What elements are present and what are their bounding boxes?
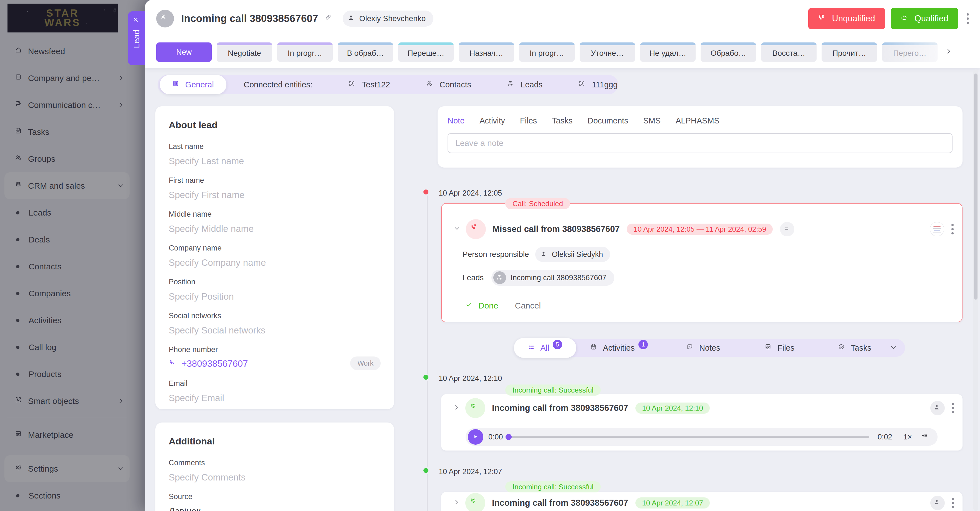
person-avatar[interactable] (930, 401, 945, 415)
stage-transferred[interactable]: Переше… (398, 43, 453, 62)
stage-restored[interactable]: Восста… (761, 43, 816, 62)
tab-note[interactable]: Note (447, 116, 465, 126)
phone-number-link[interactable]: +380938567607 (181, 358, 248, 369)
stage-processing[interactable]: В обраб… (338, 43, 393, 62)
filter-all[interactable]: All 5 (514, 338, 576, 358)
connected-entity-test122[interactable]: Test122 (348, 80, 390, 89)
filter-notes[interactable]: Notes (686, 339, 720, 357)
sidebar-item-companies[interactable]: Companies (5, 280, 130, 307)
filter-activities[interactable]: Activities 1 (590, 339, 648, 357)
unqualified-label: Unqualified (832, 14, 875, 24)
social-networks-input[interactable]: Specify Social networks (169, 325, 381, 336)
copy-link-icon[interactable] (325, 14, 334, 23)
card-more-menu-icon[interactable] (952, 498, 954, 508)
scrollbar-thumb[interactable] (974, 73, 977, 299)
player-progress-track[interactable] (509, 436, 869, 438)
source-value[interactable]: Дзвінок (169, 506, 381, 511)
collapse-icon[interactable] (453, 225, 462, 233)
middle-name-input[interactable]: Specify Middle name (169, 224, 381, 234)
stage-failed[interactable]: Не удал… (640, 43, 695, 62)
sidebar-item-activities[interactable]: Activities (5, 307, 130, 334)
last-name-input[interactable]: Specify Last name (169, 156, 381, 166)
stage-negotiations[interactable]: Перего… (882, 43, 937, 62)
sidebar-item-call-log[interactable]: Call log (5, 334, 130, 361)
more-menu-icon[interactable] (967, 13, 969, 24)
stage-in-progress-2[interactable]: In progr… (519, 43, 574, 62)
person-avatar[interactable] (930, 496, 945, 510)
sidebar-item-communication[interactable]: Communication c… (5, 92, 130, 118)
stage-in-progress[interactable]: In progr… (277, 43, 332, 62)
call-title[interactable]: Incoming call from 380938567607 (492, 498, 628, 508)
sidebar-item-tasks[interactable]: Tasks (5, 118, 130, 145)
call-title[interactable]: Missed call from 380938567607 (493, 224, 620, 234)
stage-negotiate[interactable]: Negotiate (217, 43, 272, 62)
qualified-button[interactable]: Qualified (891, 8, 958, 29)
first-name-input[interactable]: Specify First name (169, 190, 381, 200)
chevron-right-icon (118, 102, 124, 109)
filter-files[interactable]: Files (765, 339, 794, 357)
chevron-down-icon (118, 182, 124, 189)
sidebar-item-groups[interactable]: Groups (5, 145, 130, 172)
sidebar-item-label: Leads (29, 208, 51, 218)
tab-sms[interactable]: SMS (643, 116, 661, 126)
sidebar-item-smart-objects[interactable]: Smart objects (5, 388, 130, 414)
card-more-menu-icon[interactable] (952, 403, 954, 413)
tab-activity[interactable]: Activity (479, 116, 505, 126)
sidebar-item-leads[interactable]: Leads (5, 199, 130, 226)
connected-entity-111ggg[interactable]: 111ggg (579, 80, 617, 89)
sidebar-item-deals[interactable]: Deals (5, 226, 130, 253)
expand-icon[interactable] (453, 404, 461, 412)
sidebar-item-sections[interactable]: Sections (5, 482, 130, 509)
sidebar-item-contacts[interactable]: Contacts (5, 253, 130, 280)
connected-entity-leads[interactable]: Leads (507, 80, 542, 89)
connected-entity-contacts[interactable]: Contacts (426, 80, 471, 89)
playback-rate-button[interactable]: 1× (904, 433, 912, 441)
home-icon (15, 46, 24, 56)
stage-assigned[interactable]: Назнач… (459, 43, 514, 62)
stage-read[interactable]: Прочит… (822, 43, 877, 62)
comments-input[interactable]: Specify Comments (169, 472, 381, 483)
lead-panel-tab[interactable]: Lead (128, 11, 145, 65)
play-button[interactable] (468, 429, 483, 445)
cancel-button[interactable]: Cancel (515, 301, 541, 310)
filter-tasks[interactable]: Tasks (838, 339, 871, 357)
stage-new[interactable]: New (156, 43, 212, 62)
call-title[interactable]: Incoming call from 380938567607 (492, 403, 628, 413)
sidebar-item-settings[interactable]: Settings (5, 455, 130, 482)
activity-thumbnail-avatar[interactable] (930, 222, 944, 236)
card-more-menu-icon[interactable] (951, 224, 954, 234)
tab-files[interactable]: Files (520, 116, 537, 126)
person-responsible-chip[interactable]: Oleksii Siedykh (535, 247, 611, 262)
audio-player: 0:00 0:02 1× (466, 428, 937, 446)
position-input[interactable]: Specify Position (169, 291, 381, 302)
stage-clarify[interactable]: Уточне… (580, 43, 635, 62)
sidebar-item-crm-and-sales[interactable]: CRM and sales (5, 172, 130, 199)
filters-chevron-down-icon[interactable] (890, 344, 898, 352)
speaker-icon[interactable] (921, 432, 931, 442)
lead-link-chip[interactable]: Incoming call 380938567607 (492, 270, 614, 286)
email-input[interactable]: Specify Email (169, 393, 381, 403)
tab-documents[interactable]: Documents (587, 116, 628, 126)
reschedule-icon[interactable] (780, 222, 794, 236)
stages-scroll-right-icon[interactable] (945, 48, 954, 56)
company-name-input[interactable]: Specify Company name (169, 258, 381, 268)
tab-alphasms[interactable]: ALPHASMS (676, 116, 719, 126)
close-icon[interactable] (132, 16, 141, 25)
done-button[interactable]: Done (466, 301, 498, 310)
tab-tasks[interactable]: Tasks (552, 116, 573, 126)
note-input[interactable] (447, 133, 953, 153)
tab-general[interactable]: General (160, 75, 226, 94)
sidebar-item-marketplace[interactable]: Marketplace (5, 422, 130, 448)
player-progress-thumb[interactable] (506, 434, 512, 440)
sidebar-item-company-and-people[interactable]: Company and pe… (5, 65, 130, 92)
stage-processed[interactable]: Обрабо… (701, 43, 756, 62)
thumbs-down-icon (818, 14, 828, 23)
sidebar-item-products[interactable]: Products (5, 361, 130, 388)
expand-icon[interactable] (453, 499, 461, 507)
owner-chip[interactable]: Olexiy Shevchenko (343, 11, 434, 27)
chevron-down-icon (118, 465, 124, 473)
bullet-icon (16, 373, 19, 376)
pin-sidebar-icon[interactable] (111, 8, 123, 19)
unqualified-button[interactable]: Unqualified (808, 8, 885, 29)
sidebar-item-newsfeed[interactable]: Newsfeed (5, 38, 130, 65)
